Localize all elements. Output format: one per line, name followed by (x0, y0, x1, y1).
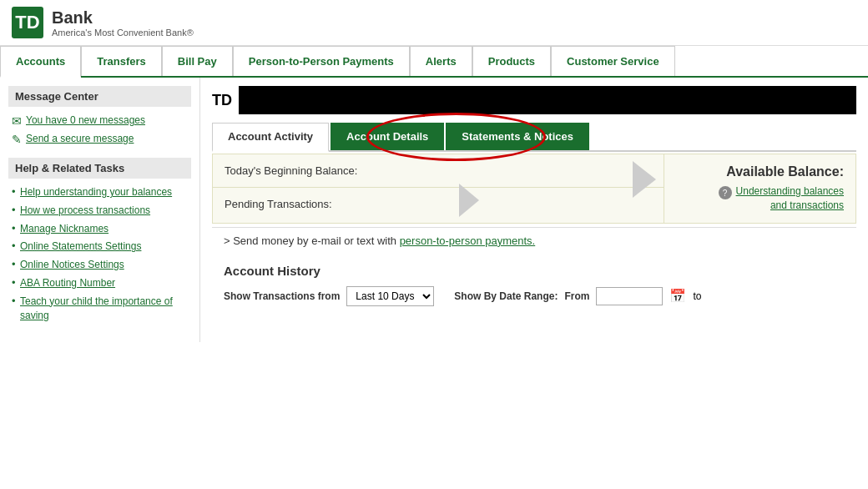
account-header: TD (212, 86, 856, 114)
tab-wrapper: Statements & Notices (446, 123, 591, 150)
nav-bar: Accounts Transfers Bill Pay Person-to-Pe… (0, 46, 868, 78)
available-balance-title: Available Balance: (726, 164, 844, 179)
from-date-input[interactable] (596, 287, 663, 305)
p2p-link[interactable]: person-to-person payments. (400, 234, 536, 247)
nav-item-billpay[interactable]: Bill Pay (162, 46, 233, 76)
help-link-2[interactable]: Manage Nicknames (20, 223, 108, 234)
nav-item-p2p[interactable]: Person-to-Person Payments (233, 46, 410, 76)
help-section: Help & Related Tasks Help understanding … (8, 158, 191, 322)
show-by-date-label: Show By Date Range: (454, 290, 558, 302)
from-label: From (564, 290, 589, 302)
nav-item-transfers[interactable]: Transfers (81, 46, 162, 76)
send-money-prefix: > Send money by e-mail or text with (224, 234, 400, 247)
bank-info: Bank America's Most Convenient Bank® (52, 8, 194, 38)
pending-transactions: Pending Transactions: (213, 188, 664, 220)
tab-account-activity[interactable]: Account Activity (212, 123, 329, 152)
td-prefix: TD (212, 92, 232, 109)
help-links-list: Help understanding your balances How we … (8, 185, 191, 322)
help-link-5[interactable]: ABA Routing Number (20, 277, 115, 289)
tab-account-details[interactable]: Account Details (331, 123, 444, 150)
td-logo: TD (12, 7, 43, 38)
nav-item-customer-service[interactable]: Customer Service (551, 46, 675, 76)
history-controls: Show Transactions from Last 10 Days Last… (224, 286, 845, 306)
to-label: to (693, 290, 701, 302)
balance-arrow-decoration (459, 184, 526, 217)
help-title: Help & Related Tasks (8, 158, 191, 179)
show-from-select[interactable]: Last 10 Days Last 30 Days Last 60 Days (346, 286, 434, 306)
tabs-container: Account Activity Account Details Stateme… (212, 123, 856, 152)
sidebar: Message Center ✉ You have 0 new messages… (0, 78, 200, 342)
nav-item-accounts[interactable]: Accounts (0, 46, 81, 78)
header: TD Bank America's Most Convenient Bank® (0, 0, 868, 46)
account-history-title: Account History (224, 264, 845, 278)
understanding-link: ? Understanding balances and transaction… (719, 184, 844, 213)
content-area: TD Account Activity Account Details Stat… (200, 78, 868, 342)
secure-message-icon: ✎ (12, 133, 22, 146)
account-name-bar (239, 86, 856, 114)
tagline: America's Most Convenient Bank® (52, 28, 194, 38)
left-balances: Today's Beginning Balance: Pending Trans… (213, 154, 664, 223)
right-balance: Available Balance: ? Understanding balan… (664, 154, 855, 223)
envelope-icon: ✉ (12, 114, 22, 128)
send-money-bar: > Send money by e-mail or text with pers… (212, 227, 856, 255)
bank-name: Bank (52, 8, 194, 28)
calendar-icon[interactable]: 📅 (669, 288, 686, 304)
help-link-6[interactable]: Teach your child the importance of savin… (20, 295, 173, 321)
secure-message-link[interactable]: Send a secure message (26, 132, 134, 146)
nav-item-products[interactable]: Products (472, 46, 551, 76)
help-link-1[interactable]: How we process transactions (20, 204, 150, 216)
today-beginning-balance: Today's Beginning Balance: (213, 154, 664, 188)
message-center-title: Message Center (8, 86, 191, 107)
message-center-section: Message Center ✉ You have 0 new messages… (8, 86, 191, 146)
nav-item-alerts[interactable]: Alerts (410, 46, 472, 76)
understanding-balances-link[interactable]: Understanding balances and transactions (736, 184, 844, 213)
help-link-3[interactable]: Online Statements Settings (20, 240, 141, 252)
account-history-section: Account History Show Transactions from L… (212, 255, 856, 315)
question-icon: ? (719, 186, 732, 199)
help-link-0[interactable]: Help understanding your balances (20, 186, 172, 198)
balance-section: Today's Beginning Balance: Pending Trans… (212, 154, 856, 224)
show-from-label: Show Transactions from (224, 290, 340, 302)
help-link-4[interactable]: Online Notices Settings (20, 259, 124, 270)
tab-statements-notices[interactable]: Statements & Notices (446, 123, 589, 150)
messages-link[interactable]: You have 0 new messages (26, 113, 145, 128)
